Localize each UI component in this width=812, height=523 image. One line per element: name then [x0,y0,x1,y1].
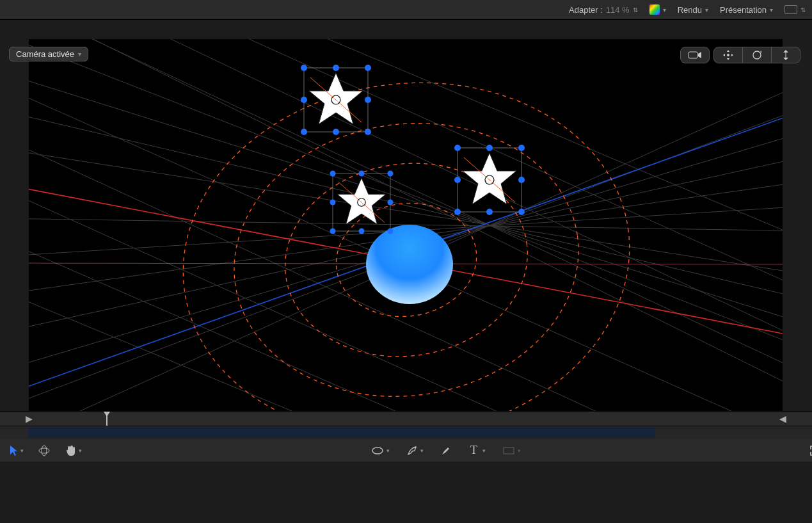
paint-tool[interactable] [440,445,452,456]
svg-point-41 [365,129,371,135]
canvas-3d-viewport[interactable] [29,39,783,460]
chevron-down-icon: ▾ [663,6,666,13]
render-menu[interactable]: Rendu ▾ [678,5,708,15]
svg-line-15 [29,39,783,378]
camera-selector-label: Caméra activée [16,49,74,59]
adapter-value: 114 % [606,5,630,15]
color-swatch-icon [649,4,660,15]
chevron-down-icon: ▾ [20,447,24,454]
dolly-icon [781,49,790,61]
pen-tool-icon [406,445,418,456]
svg-point-48 [359,171,365,177]
color-profile-menu[interactable]: ▾ [649,4,666,15]
svg-point-50 [330,200,336,205]
svg-point-69 [42,446,47,456]
svg-point-60 [454,145,461,151]
svg-point-53 [359,229,365,234]
hand-tool-icon [65,445,76,456]
pen-tool[interactable]: ▾ [406,445,424,456]
text-tool[interactable]: T ▾ [468,445,486,456]
pan-3d-button[interactable] [714,47,743,63]
viewer-area: Caméra activée ▾ [0,20,812,462]
in-point-icon[interactable]: ▶ [26,414,33,424]
select-tool[interactable]: ▾ [9,445,24,456]
svg-point-67 [518,209,525,215]
svg-point-61 [486,145,493,151]
svg-point-2 [753,51,761,59]
svg-point-64 [518,177,525,183]
svg-line-18 [144,39,783,346]
camera-selector[interactable]: Caméra activée ▾ [9,47,88,61]
svg-point-62 [518,145,525,151]
svg-point-47 [330,171,336,177]
adapter-label: Adapter : [569,5,603,15]
mini-timeline-ruler[interactable]: ▶ ◀ [0,411,812,426]
canvas-tools-toolbar: ▾ ▾ ▾ ▾ T ▾ [0,439,812,462]
chevron-down-icon: ▾ [770,6,773,13]
pan-3d-icon [722,49,734,61]
mini-timeline-track[interactable] [0,426,812,439]
timeline-clip[interactable] [28,428,655,438]
presentation-label: Présentation [720,5,767,15]
adapter-zoom-control[interactable]: Adapter : 114 % ⇅ [569,5,638,15]
text-tool-icon: T [468,445,480,456]
svg-point-66 [486,209,493,215]
svg-point-34 [301,65,307,71]
chevron-down-icon: ▾ [482,447,486,454]
svg-point-51 [388,200,394,205]
hand-tool[interactable]: ▾ [65,445,82,456]
fullscreen-button[interactable] [809,445,812,456]
svg-rect-0 [689,52,697,58]
svg-point-52 [330,229,336,234]
stepper-icon: ⇅ [800,6,806,13]
out-point-icon[interactable]: ◀ [779,414,786,424]
scene-canvas [29,39,783,460]
svg-point-36 [365,65,371,71]
star-object-3 [454,145,525,215]
orbit-icon [751,49,763,61]
svg-line-19 [221,39,783,295]
svg-line-14 [29,39,783,353]
center-sphere [366,225,453,304]
aspect-menu[interactable]: ⇅ [784,5,806,14]
top-toolbar: Adapter : 114 % ⇅ ▾ Rendu ▾ Présentation… [0,0,812,20]
chevron-down-icon: ▾ [78,51,81,58]
star-object-1 [301,65,371,135]
svg-point-68 [39,448,49,453]
chevron-down-icon: ▾ [705,6,708,13]
chevron-down-icon: ▾ [79,447,82,454]
svg-point-65 [454,209,461,215]
chevron-down-icon: ▾ [420,447,424,454]
svg-point-37 [301,97,307,103]
svg-point-71 [414,446,416,448]
svg-rect-72 [504,447,514,454]
orbit-3d-button[interactable] [743,47,772,63]
render-label: Rendu [678,5,702,15]
fullscreen-icon [809,445,812,456]
aspect-icon [784,5,797,14]
rectangle-tool-icon [502,446,515,455]
mask-tool[interactable]: ▾ [502,446,521,455]
svg-point-38 [365,97,371,103]
stepper-icon: ⇅ [633,6,638,13]
viewer-3d-tools [680,47,800,63]
3d-transform-icon [38,444,51,457]
presentation-menu[interactable]: Présentation ▾ [720,5,773,15]
shape-tool[interactable]: ▾ [371,446,390,455]
svg-point-35 [333,65,339,71]
playhead[interactable] [104,412,110,426]
svg-point-54 [388,229,394,234]
svg-point-39 [301,129,307,135]
camera-icon [688,51,702,60]
svg-point-63 [454,177,461,183]
arrow-tool-icon [9,445,18,456]
3d-transform-tool[interactable] [38,444,51,457]
svg-point-40 [333,129,339,135]
chevron-down-icon: ▾ [518,447,521,454]
svg-point-70 [372,447,383,454]
svg-point-49 [388,171,394,177]
camera-frame-button[interactable] [681,47,709,63]
chevron-down-icon: ▾ [386,447,390,454]
dolly-3d-button[interactable] [772,47,800,63]
ellipse-tool-icon [371,446,384,455]
